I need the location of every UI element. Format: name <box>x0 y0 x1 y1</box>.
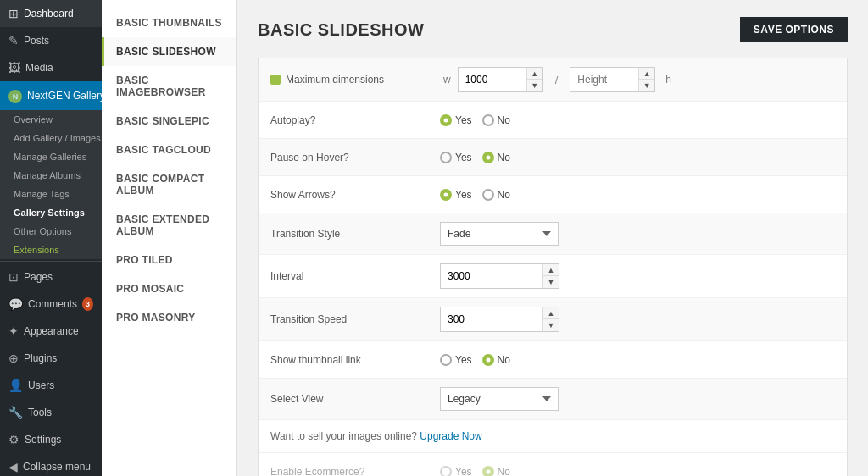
sidebar-item-gallery-settings[interactable]: Gallery Settings <box>0 203 102 222</box>
thumb-yes-radio[interactable] <box>440 354 452 366</box>
thumb-no-radio[interactable] <box>482 354 494 366</box>
arrows-no-option[interactable]: No <box>482 189 510 201</box>
users-icon: 👤 <box>8 379 23 392</box>
width-spinners: ▲ ▼ <box>526 68 542 91</box>
select-view-select[interactable]: Legacy Default <box>440 387 559 411</box>
pause-yes-option[interactable]: Yes <box>440 152 472 163</box>
sidebar-item-settings[interactable]: ⚙ Settings <box>0 426 102 453</box>
arrows-yes-radio[interactable] <box>440 189 452 201</box>
pause-yes-radio[interactable] <box>440 152 452 163</box>
sidebar-item-overview[interactable]: Overview <box>0 110 102 129</box>
row-max-dimensions: Maximum dimensions w ▲ ▼ / ▲ ▼ <box>259 58 847 102</box>
transition-style-select[interactable]: Fade Slide None <box>440 222 559 246</box>
pause-no-radio[interactable] <box>482 152 494 163</box>
row-show-arrows: Show Arrows? Yes No <box>259 176 847 213</box>
manage-albums-label: Manage Albums <box>14 170 81 180</box>
sidebar-item-manage-albums[interactable]: Manage Albums <box>0 166 102 185</box>
sidebar-item-users[interactable]: 👤 Users <box>0 372 102 399</box>
autoplay-yes-option[interactable]: Yes <box>440 114 472 126</box>
show-arrows-label: Show Arrows? <box>270 189 440 201</box>
upgrade-row: Want to sell your images online? Upgrade… <box>259 420 847 453</box>
sidebar-label-nextgen: NextGEN Gallery <box>27 90 102 102</box>
appearance-icon: ✦ <box>8 324 19 338</box>
row-transition-style: Transition Style Fade Slide None <box>259 213 847 255</box>
ecommerce-yes-option[interactable]: Yes <box>440 466 472 477</box>
ecommerce-no-option[interactable]: No <box>482 466 510 477</box>
sidebar-item-extensions[interactable]: Extensions <box>0 241 102 259</box>
sidebar-item-posts[interactable]: ✎ Posts <box>0 27 102 54</box>
nav-basic-tagcloud[interactable]: BASIC TAGCLOUD <box>102 136 236 164</box>
thumb-no-option[interactable]: No <box>482 354 510 366</box>
nav-basic-thumbnails[interactable]: BASIC THUMBNAILS <box>102 8 236 37</box>
ecommerce-no-radio[interactable] <box>482 466 494 477</box>
sidebar-item-comments[interactable]: 💬 Comments 3 <box>0 291 102 318</box>
sidebar-item-plugins[interactable]: ⊕ Plugins <box>0 345 102 372</box>
nav-pro-tiled[interactable]: PRO TILED <box>102 246 236 274</box>
settings-icon: ⚙ <box>8 433 19 446</box>
sidebar-item-dashboard[interactable]: ⊞ Dashboard <box>0 0 102 27</box>
sidebar-item-manage-galleries[interactable]: Manage Galleries <box>0 147 102 166</box>
nav-basic-slideshow[interactable]: BASIC SLIDESHOW <box>102 37 236 66</box>
sidebar-item-tools[interactable]: 🔧 Tools <box>0 399 102 426</box>
width-spin-up[interactable]: ▲ <box>527 68 542 80</box>
interval-input[interactable] <box>441 266 542 286</box>
interval-label: Interval <box>270 270 440 282</box>
sidebar: ⊞ Dashboard ✎ Posts 🖼 Media N NextGEN Ga… <box>0 0 102 476</box>
height-input[interactable] <box>570 69 638 90</box>
sidebar-item-manage-tags[interactable]: Manage Tags <box>0 185 102 203</box>
thumb-yes-option[interactable]: Yes <box>440 354 472 366</box>
interval-spinners: ▲ ▼ <box>542 264 559 288</box>
width-spin-down[interactable]: ▼ <box>527 80 542 91</box>
interval-spin-down[interactable]: ▼ <box>543 276 559 288</box>
height-input-wrap: ▲ ▼ <box>570 67 655 92</box>
upgrade-link[interactable]: Upgrade Now <box>420 430 481 442</box>
main-header: BASIC SLIDESHOW SAVE OPTIONS <box>258 17 848 42</box>
transition-speed-spin-up[interactable]: ▲ <box>543 307 559 319</box>
row-transition-speed: Transition Speed ▲ ▼ <box>259 298 847 341</box>
pause-no-option[interactable]: No <box>482 152 510 163</box>
nav-pro-mosaic[interactable]: PRO MOSAIC <box>102 274 236 303</box>
sidebar-item-media[interactable]: 🖼 Media <box>0 54 102 81</box>
autoplay-yes-radio[interactable] <box>440 114 452 126</box>
autoplay-control: Yes No <box>440 114 510 126</box>
height-spin-up[interactable]: ▲ <box>639 68 654 80</box>
width-input[interactable] <box>459 69 526 90</box>
page-title: BASIC SLIDESHOW <box>258 20 424 40</box>
manage-tags-label: Manage Tags <box>14 189 70 199</box>
ecommerce-yes-radio[interactable] <box>440 466 452 477</box>
arrows-yes-option[interactable]: Yes <box>440 189 472 201</box>
pause-hover-control: Yes No <box>440 152 510 163</box>
plugins-icon: ⊕ <box>8 351 19 365</box>
sidebar-item-other-options[interactable]: Other Options <box>0 222 102 241</box>
interval-spin-up[interactable]: ▲ <box>543 264 559 276</box>
tools-label: Tools <box>28 407 52 418</box>
interval-control: ▲ ▼ <box>440 263 559 289</box>
nav-basic-singlepic[interactable]: BASIC SINGLEPIC <box>102 107 236 136</box>
sidebar-item-add-gallery[interactable]: Add Gallery / Images <box>0 129 102 147</box>
transition-style-label: Transition Style <box>270 228 440 240</box>
overview-label: Overview <box>14 114 53 125</box>
collapse-icon: ◀ <box>8 460 18 473</box>
tools-icon: 🔧 <box>8 406 23 419</box>
nav-pro-masonry[interactable]: PRO MASONRY <box>102 303 236 332</box>
max-dimensions-control: w ▲ ▼ / ▲ ▼ h <box>440 67 671 92</box>
save-options-button[interactable]: SAVE OPTIONS <box>740 17 848 42</box>
sidebar-item-nextgen[interactable]: N NextGEN Gallery ◀ <box>0 81 102 110</box>
transition-speed-input[interactable] <box>441 309 542 329</box>
arrows-no-radio[interactable] <box>482 189 494 201</box>
sidebar-item-appearance[interactable]: ✦ Appearance <box>0 318 102 345</box>
green-dot-icon <box>270 75 281 85</box>
nav-basic-extended-album[interactable]: BASIC EXTENDED ALBUM <box>102 205 236 246</box>
height-spin-down[interactable]: ▼ <box>639 80 654 91</box>
sidebar-item-pages[interactable]: ⊡ Pages <box>0 263 102 291</box>
collapse-label: Collapse menu <box>23 461 91 473</box>
sidebar-item-collapse[interactable]: ◀ Collapse menu <box>0 453 102 476</box>
autoplay-no-option[interactable]: No <box>482 114 510 126</box>
select-view-control: Legacy Default <box>440 387 559 411</box>
nav-basic-compact-album[interactable]: BASIC COMPACT ALBUM <box>102 164 236 205</box>
transition-speed-spin-down[interactable]: ▼ <box>543 319 559 331</box>
row-pause-hover: Pause on Hover? Yes No <box>259 139 847 176</box>
transition-speed-input-wrap: ▲ ▼ <box>440 307 559 332</box>
autoplay-no-radio[interactable] <box>482 114 494 126</box>
nav-basic-imagebrowser[interactable]: BASIC IMAGEBROWSER <box>102 66 236 107</box>
